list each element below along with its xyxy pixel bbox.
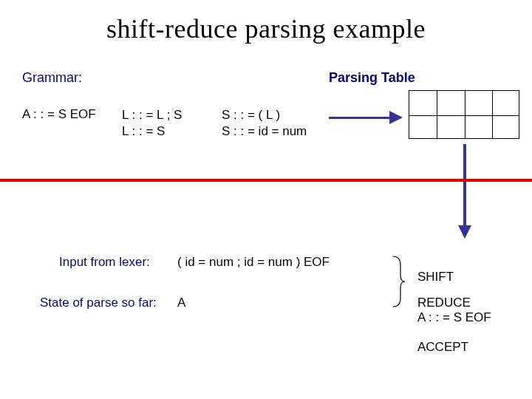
parsing-table-grid bbox=[409, 90, 519, 139]
production-a: A : : = S EOF bbox=[22, 107, 96, 122]
production-l1: L : : = L ; S bbox=[122, 107, 182, 123]
arrow-down-icon bbox=[458, 144, 471, 239]
production-s-group: S : : = ( L ) S : : = id = num bbox=[222, 107, 307, 140]
action-reduce: REDUCE A : : = S EOF bbox=[417, 296, 491, 325]
grammar-label: Grammar: bbox=[22, 70, 82, 86]
production-s1: S : : = ( L ) bbox=[222, 107, 307, 123]
action-reduce-line2: A : : = S EOF bbox=[417, 310, 491, 325]
production-l-group: L : : = L ; S L : : = S bbox=[122, 107, 182, 140]
production-s2: S : : = id = num bbox=[222, 123, 307, 140]
divider-line bbox=[0, 179, 532, 182]
slide-title: shift-reduce parsing example bbox=[0, 13, 532, 44]
parsing-table-label: Parsing Table bbox=[329, 70, 415, 86]
arrow-right-icon bbox=[329, 111, 403, 124]
action-reduce-line1: REDUCE bbox=[417, 296, 491, 310]
state-of-parse-label: State of parse so far: bbox=[40, 296, 157, 310]
brace-icon bbox=[390, 255, 405, 308]
input-from-lexer-label: Input from lexer: bbox=[59, 255, 150, 270]
production-l2: L : : = S bbox=[122, 123, 182, 140]
action-shift: SHIFT bbox=[417, 270, 454, 284]
state-of-parse-value: A bbox=[177, 296, 185, 310]
action-accept: ACCEPT bbox=[417, 340, 468, 355]
input-from-lexer-value: ( id = num ; id = num ) EOF bbox=[177, 255, 330, 270]
